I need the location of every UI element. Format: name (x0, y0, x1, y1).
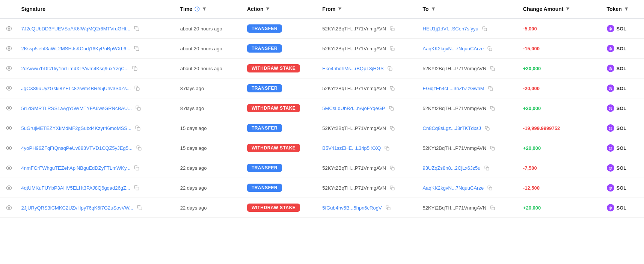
signature-link[interactable]: JgCX89uUyzGski8YELc82iwm4BRe5jUhv3SdZs..… (21, 86, 131, 91)
table-row: 5uGrujMETEZYXkMdMF2gSubd4Kzyr46moMSS... … (0, 118, 644, 138)
action-badge: TRANSFER (247, 24, 282, 33)
time-value: 22 days ago (180, 205, 207, 211)
signature-copy-button[interactable] (133, 184, 141, 191)
table-row: JgCX89uUyzGski8YELc82iwm4BRe5jUhv3SdZs..… (0, 78, 644, 98)
signature-link[interactable]: 5uGrujMETEZYXkMdMF2gSubd4Kzyr46moMSS... (21, 125, 131, 131)
signature-link[interactable]: 5rLdSMRTLRSS1aAgY5WMTYFA6wsGRNcBAU... (21, 106, 132, 111)
from-copy-button[interactable] (388, 85, 396, 92)
signature-link[interactable]: 2JjURyQRS3iCMKC2UZvHpy76qK6i7G2uSovVW... (21, 205, 133, 211)
signature-cell: 4yoPH96ZFqFtQnsqPeUv883VTVD1CQZ5yJEg5... (21, 145, 171, 151)
to-copy-button[interactable] (483, 165, 491, 171)
signature-copy-button[interactable] (133, 85, 141, 92)
table-row: 2Kssp5iehf3aWL2MSHJsKCudj16KyPnBpWXL6...… (0, 39, 644, 59)
signature-copy-button[interactable] (133, 45, 141, 52)
action-badge: WITHDRAW STAKE (247, 204, 300, 212)
from-address: 52KYt2BqTH...P71VnmgAVN (322, 185, 386, 191)
to-address-link[interactable]: AaqKK2kgvN...7NquuCArze (423, 185, 484, 191)
view-button[interactable] (5, 104, 14, 113)
sol-icon: ◎ (607, 204, 614, 211)
token-cell: ◎ SOL (607, 204, 639, 211)
from-copy-button[interactable] (386, 65, 394, 72)
from-copy-button[interactable] (388, 165, 396, 171)
col-label-token: Token (607, 6, 622, 12)
view-button[interactable] (5, 183, 14, 192)
from-copy-button[interactable] (388, 185, 396, 191)
svg-rect-10 (134, 68, 137, 71)
view-button[interactable] (5, 64, 14, 73)
to-copy-button[interactable] (483, 125, 491, 131)
from-copy-button[interactable] (388, 125, 396, 131)
signature-copy-button[interactable] (133, 25, 141, 32)
signature-cell: JgCX89uUyzGski8YELc82iwm4BRe5jUhv3SdZs..… (21, 85, 171, 92)
time-value: 15 days ago (180, 145, 207, 151)
view-button[interactable] (5, 84, 14, 93)
change-filter-icon[interactable] (566, 7, 570, 11)
to-cell: 93UZqZs8n8...2CjLx6Jz5u (423, 165, 514, 171)
col-header-from: From (318, 0, 418, 18)
to-address-link[interactable]: Cn8Cq8sLgz...J3rTKTdxsJ (423, 125, 481, 131)
to-cell: 52KYt2BqTH...P71VnmgAVN (423, 65, 514, 72)
col-header-to: To (418, 0, 519, 18)
col-label-signature: Signature (21, 6, 46, 12)
to-filter-icon[interactable] (431, 7, 436, 11)
to-copy-button[interactable] (489, 105, 496, 112)
token-cell: ◎ SOL (607, 65, 639, 72)
to-address-link[interactable]: HEU1jj1dVf...SCeh7sfyyu (423, 26, 478, 32)
signature-link[interactable]: 7J2cQUbDD3FUEVSoAK6fWqMQ2r6MTVruGHt... (21, 26, 131, 32)
to-copy-button[interactable] (486, 45, 494, 52)
view-button[interactable] (5, 163, 14, 172)
from-copy-button[interactable] (388, 26, 396, 32)
view-button[interactable] (5, 143, 14, 152)
sol-icon: ◎ (607, 124, 614, 132)
table-row: 4qtUMKuFUYbP3AHV5ELHt3PAJ8Q6gqad26gZ... … (0, 178, 644, 198)
svg-point-5 (8, 48, 10, 49)
svg-rect-26 (138, 147, 141, 150)
from-copy-button[interactable] (383, 145, 391, 151)
signature-copy-button[interactable] (134, 125, 142, 131)
from-address: 52KYt2BqTH...P71VnmgAVN (322, 86, 386, 91)
from-address-link[interactable]: B5V41szEHE...L3rip5iXXQ (322, 145, 381, 151)
to-copy-button[interactable] (486, 185, 494, 191)
to-copy-button[interactable] (489, 205, 496, 211)
from-address-link[interactable]: 5fGub4hv5B...5hpn6cRogV (322, 205, 382, 211)
time-value: about 20 hours ago (180, 46, 222, 51)
token-filter-icon[interactable] (624, 7, 629, 11)
sol-icon: ◎ (607, 144, 614, 152)
to-copy-button[interactable] (487, 85, 495, 92)
time-value: about 20 hours ago (180, 66, 222, 71)
svg-point-37 (8, 207, 10, 208)
from-address-link[interactable]: 5MCsLdUhRd...hAjoFYqeGP (322, 106, 385, 111)
signature-link[interactable]: 4nmFGrFWhguTEZehApiNBguEdDZyFTLmWKy... (21, 165, 131, 171)
to-copy-button[interactable] (481, 26, 489, 32)
from-filter-icon[interactable] (338, 7, 342, 11)
signature-copy-button[interactable] (131, 65, 139, 72)
signature-copy-button[interactable] (134, 105, 142, 112)
from-cell: B5V41szEHE...L3rip5iXXQ (322, 145, 413, 151)
sol-icon: ◎ (607, 25, 614, 32)
to-address-link[interactable]: 93UZqZs8n8...2CjLx6Jz5u (423, 165, 481, 171)
view-button[interactable] (5, 124, 14, 133)
signature-copy-button[interactable] (133, 164, 141, 171)
signature-link[interactable]: 2Kssp5iehf3aWL2MSHJsKCudj16KyPnBpWXL6... (21, 46, 130, 51)
from-copy-button[interactable] (388, 105, 395, 112)
signature-link[interactable]: 2dAvwv7bDtc1tiy1nrLim4XPVwm4Ksq9uxYzqC..… (21, 66, 129, 71)
transactions-table: Signature Time (0, 0, 644, 218)
signature-copy-button[interactable] (136, 204, 144, 211)
from-address-link[interactable]: Eko4hhdhMs...rBQpT8jHGS (322, 66, 383, 71)
signature-copy-button[interactable] (135, 145, 143, 151)
svg-rect-15 (392, 87, 394, 90)
signature-link[interactable]: 4yoPH96ZFqFtQnsqPeUv883VTVD1CQZ5yJEg5... (21, 145, 133, 151)
signature-link[interactable]: 4qtUMKuFUYbP3AHV5ELHt3PAJ8Q6gqad26gZ... (21, 185, 130, 191)
to-copy-button[interactable] (489, 145, 496, 151)
time-filter-icon[interactable] (202, 7, 207, 11)
view-button[interactable] (5, 24, 14, 33)
from-copy-button[interactable] (388, 45, 396, 52)
to-address-link[interactable]: EGiqzFh4cL...3nZbZzGwnM (423, 86, 484, 91)
from-copy-button[interactable] (384, 205, 392, 211)
to-copy-button[interactable] (489, 65, 496, 72)
action-filter-icon[interactable] (265, 7, 270, 11)
to-address-link[interactable]: AaqKK2kgvN...7NquuCArze (423, 46, 484, 51)
view-button[interactable] (5, 44, 14, 53)
token-name: SOL (617, 145, 627, 151)
view-button[interactable] (5, 203, 14, 212)
